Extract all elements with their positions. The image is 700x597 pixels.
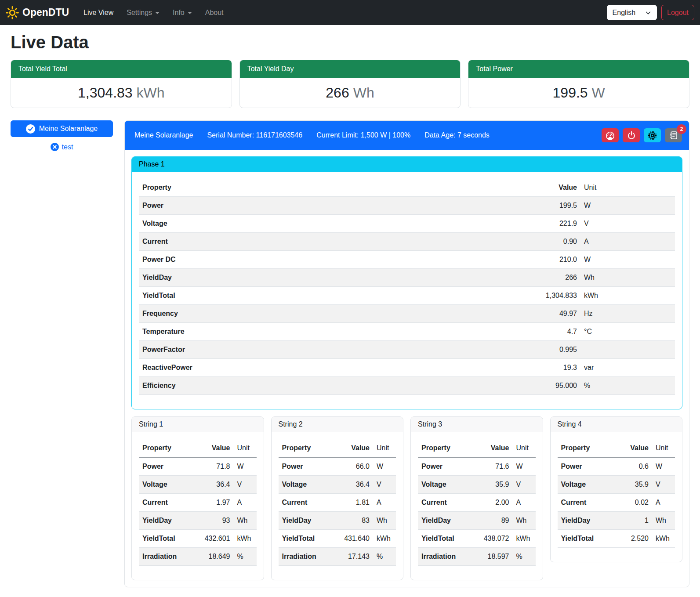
card-unit: kWh <box>137 85 165 101</box>
string-panel-4: String 4 PropertyValueUnit Power0.6WVolt… <box>550 416 683 562</box>
string-title: String 3 <box>411 417 543 432</box>
table-row: YieldDay89Wh <box>418 512 536 530</box>
language-select[interactable]: English <box>607 5 657 20</box>
column-header: Value <box>192 439 234 457</box>
card-unit: Wh <box>353 85 374 101</box>
property-cell: Power <box>558 457 611 476</box>
nav-live-view[interactable]: Live View <box>77 5 120 20</box>
card-title: Total Yield Day <box>240 60 461 78</box>
value-cell: 66.0 <box>331 457 373 476</box>
property-cell: Voltage <box>139 476 192 494</box>
inverter-limit: Current Limit: 1,500 W | 100% <box>316 131 410 139</box>
unit-cell: % <box>513 548 536 566</box>
table-row: Frequency49.97Hz <box>139 305 675 323</box>
unit-cell: kWh <box>580 287 675 305</box>
table-row: Current0.02A <box>558 494 675 512</box>
property-cell: Power <box>418 457 471 476</box>
property-cell: Voltage <box>418 476 471 494</box>
column-header: Unit <box>513 439 536 457</box>
nav-about[interactable]: About <box>199 5 230 20</box>
inverter-panel-header: Meine Solaranlage Serial Number: 1161716… <box>125 121 689 150</box>
sidebar-item-meine-solaranlage[interactable]: Meine Solaranlage <box>11 120 113 137</box>
nav-links: Live View Settings Info About <box>77 5 230 20</box>
string-table: PropertyValueUnit Power0.6WVoltage35.9VC… <box>558 439 675 548</box>
value-cell: 36.4 <box>331 476 373 494</box>
page-title: Live Data <box>11 33 689 52</box>
property-cell: YieldDay <box>139 512 192 530</box>
value-cell: 35.9 <box>610 476 652 494</box>
value-cell: 89 <box>471 512 513 530</box>
table-row: Voltage221.9V <box>139 215 675 233</box>
speedometer-icon <box>606 131 615 140</box>
unit-cell: Hz <box>580 305 675 323</box>
property-cell: Current <box>139 233 523 251</box>
nav-info-dropdown[interactable]: Info <box>166 5 199 20</box>
event-count-badge: 2 <box>677 124 686 134</box>
brand[interactable]: OpenDTU <box>6 6 69 19</box>
property-cell: YieldDay <box>139 269 523 287</box>
value-cell: 221.9 <box>523 215 580 233</box>
property-cell: Power <box>139 197 523 215</box>
property-cell: Current <box>418 494 471 512</box>
event-log-button[interactable]: 2 <box>665 128 682 142</box>
unit-cell: W <box>234 457 257 476</box>
table-row: ReactivePower19.3var <box>139 359 675 377</box>
table-row: Voltage35.9V <box>418 476 536 494</box>
table-row: YieldTotal438.072kWh <box>418 530 536 548</box>
table-row: YieldTotal432.601kWh <box>139 530 257 548</box>
property-cell: Current <box>558 494 611 512</box>
value-cell: 266 <box>523 269 580 287</box>
top-navbar: OpenDTU Live View Settings Info About En… <box>0 0 700 25</box>
unit-cell: A <box>513 494 536 512</box>
limit-settings-button[interactable] <box>602 128 619 142</box>
column-header: Unit <box>652 439 675 457</box>
summary-cards-row: Total Yield Total 1,304.83kWh Total Yiel… <box>11 60 689 108</box>
device-info-button[interactable] <box>644 128 661 142</box>
chevron-down-icon <box>645 10 651 16</box>
column-header: Property <box>279 439 332 457</box>
unit-cell: W <box>513 457 536 476</box>
column-header: Property <box>558 439 611 457</box>
nav-settings-dropdown[interactable]: Settings <box>120 5 166 20</box>
property-cell: Power DC <box>139 251 523 269</box>
inverter-sidebar: Meine Solaranlage test <box>11 120 113 151</box>
column-header: Unit <box>234 439 257 457</box>
cpu-icon <box>648 131 657 140</box>
property-cell: YieldTotal <box>139 530 192 548</box>
unit-cell: V <box>513 476 536 494</box>
value-cell: 432.601 <box>192 530 234 548</box>
card-value: 266 <box>326 85 349 101</box>
value-cell: 17.143 <box>331 548 373 566</box>
power-button[interactable] <box>623 128 640 142</box>
column-header: Property <box>139 439 192 457</box>
journal-text-icon <box>669 131 678 140</box>
sidebar-item-test[interactable]: test <box>11 143 113 151</box>
table-row: Efficiency95.000% <box>139 377 675 395</box>
logout-button[interactable]: Logout <box>661 5 694 20</box>
property-cell: YieldDay <box>558 512 611 530</box>
unit-cell: % <box>580 377 675 395</box>
table-row: Irradiation18.649% <box>139 548 257 566</box>
table-row: YieldDay83Wh <box>279 512 396 530</box>
inverter-name: Meine Solaranlage <box>134 131 193 139</box>
inverter-actions: 2 <box>602 128 682 142</box>
table-row: PowerFactor0.995 <box>139 341 675 359</box>
string-table: PropertyValueUnit Power71.8WVoltage36.4V… <box>139 439 257 566</box>
column-header: Property <box>418 439 471 457</box>
unit-cell: kWh <box>652 530 675 548</box>
value-cell: 1 <box>610 512 652 530</box>
unit-cell: kWh <box>234 530 257 548</box>
table-row: Power71.6W <box>418 457 536 476</box>
property-cell: Power <box>279 457 332 476</box>
property-cell: ReactivePower <box>139 359 523 377</box>
strings-row: String 1 PropertyValueUnit Power71.8WVol… <box>131 416 682 580</box>
card-total-power: Total Power 199.5W <box>468 60 689 108</box>
value-cell: 1,304.833 <box>523 287 580 305</box>
table-row: Irradiation18.597% <box>418 548 536 566</box>
phase-table: PropertyValueUnit Power199.5WVoltage221.… <box>139 179 675 395</box>
card-value: 199.5 <box>553 85 588 101</box>
string-table: PropertyValueUnit Power66.0WVoltage36.4V… <box>279 439 396 566</box>
card-unit: W <box>592 85 605 101</box>
value-cell: 1.97 <box>192 494 234 512</box>
unit-cell: A <box>652 494 675 512</box>
